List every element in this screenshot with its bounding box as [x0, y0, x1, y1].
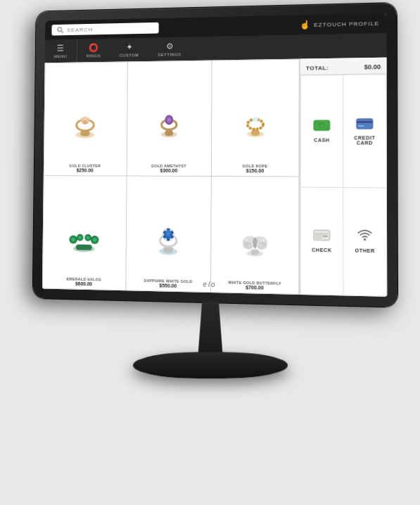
menu-label: MENU	[53, 54, 67, 58]
payment-buttons: CASH CREDIT CARD	[300, 74, 387, 297]
cash-icon	[313, 119, 331, 134]
monitor-brand: elo	[203, 281, 216, 289]
nav-item-settings[interactable]: ⚙ SETTINGS	[148, 37, 191, 61]
svg-rect-66	[356, 121, 372, 123]
credit-card-label: CREDIT CARD	[346, 135, 383, 145]
monitor-bezel: SEARCH ☝ EZTOUCH PROFILE ☰ MENU ⭕	[32, 3, 397, 307]
main-content: GOLD CLUSTER $250.00	[42, 58, 386, 297]
svg-rect-68	[313, 230, 329, 241]
product-image-white-gold-butterfly	[214, 203, 295, 281]
product-price-white-gold-butterfly: $700.00	[246, 285, 264, 290]
product-image-gold-rope	[215, 87, 295, 164]
monitor-wrapper: SEARCH ☝ EZTOUCH PROFILE ☰ MENU ⭕	[13, 6, 407, 499]
svg-rect-67	[357, 125, 363, 127]
custom-icon: ✦	[125, 42, 132, 52]
product-price-emerald-halos: $600.00	[75, 281, 91, 286]
rings-icon: ⭕	[88, 43, 98, 53]
stand-neck	[189, 302, 231, 358]
credit-card-button[interactable]: CREDIT CARD	[343, 75, 386, 187]
search-icon	[56, 27, 63, 34]
svg-rect-24	[76, 244, 92, 250]
settings-label: SETTINGS	[158, 52, 181, 56]
product-image-emerald-halos	[45, 201, 122, 278]
total-row: TOTAL: $0.00	[300, 58, 386, 75]
custom-label: CUSTOM	[119, 53, 139, 57]
product-image-gold-cluster	[46, 88, 124, 163]
other-icon	[356, 229, 374, 245]
svg-rect-12	[165, 130, 173, 136]
product-price-gold-rope: $150.00	[246, 168, 263, 173]
nav-item-menu[interactable]: ☰ MENU	[44, 39, 77, 63]
check-button[interactable]: CHECK	[300, 187, 343, 295]
product-cell-sapphire-white-gold[interactable]: SAPPHIRE WHITE GOLD $550.00	[125, 176, 210, 292]
settings-icon: ⚙	[165, 41, 173, 51]
product-grid: GOLD CLUSTER $250.00	[42, 59, 299, 295]
cash-label: CASH	[314, 138, 329, 143]
screen-ui: SEARCH ☝ EZTOUCH PROFILE ☰ MENU ⭕	[42, 13, 386, 297]
monitor-screen: SEARCH ☝ EZTOUCH PROFILE ☰ MENU ⭕	[42, 13, 386, 297]
product-cell-white-gold-butterfly[interactable]: WHITE GOLD BUTTERFLY $700.00	[211, 177, 298, 294]
product-cell-gold-cluster[interactable]: GOLD CLUSTER $250.00	[44, 62, 127, 175]
svg-line-1	[61, 31, 63, 33]
menu-icon: ☰	[56, 44, 63, 53]
stand-base	[132, 352, 289, 379]
product-image-gold-amethyst	[129, 87, 209, 163]
nav-item-custom[interactable]: ✦ CUSTOM	[110, 38, 148, 62]
total-amount: $0.00	[364, 63, 380, 71]
svg-rect-18	[250, 130, 259, 136]
credit-card-icon	[355, 116, 373, 132]
svg-rect-65	[356, 119, 372, 129]
other-button[interactable]: OTHER	[343, 188, 386, 296]
other-label: OTHER	[355, 248, 374, 254]
search-label: SEARCH	[67, 26, 93, 32]
rings-label: RINGS	[86, 53, 100, 58]
product-price-gold-cluster: $250.00	[76, 167, 93, 172]
product-cell-gold-amethyst[interactable]: GOLD AMETHYST $300.00	[127, 61, 212, 176]
nav-item-rings[interactable]: ⭕ RINGS	[77, 39, 110, 63]
search-box[interactable]: SEARCH	[51, 23, 158, 36]
payment-panel: TOTAL: $0.00	[299, 58, 387, 297]
svg-point-0	[57, 27, 61, 32]
total-label: TOTAL:	[305, 65, 328, 72]
product-cell-gold-rope[interactable]: GOLD ROPE $150.00	[212, 60, 299, 176]
svg-point-43	[161, 233, 164, 236]
svg-rect-50	[250, 249, 259, 255]
eztouch-text: EZTOUCH PROFILE	[314, 20, 379, 27]
touch-icon: ☝	[299, 20, 310, 30]
product-cell-emerald-halos[interactable]: EMERALD HALOS $600.00	[42, 176, 125, 290]
check-label: CHECK	[312, 248, 331, 253]
svg-point-72	[364, 238, 366, 241]
check-icon	[312, 229, 330, 245]
product-image-sapphire-white-gold	[128, 202, 208, 279]
eztouch-label: ☝ EZTOUCH PROFILE	[299, 18, 378, 30]
product-price-sapphire-white-gold: $550.00	[159, 283, 177, 288]
product-price-gold-amethyst: $300.00	[160, 167, 177, 172]
cash-button[interactable]: CASH	[300, 75, 343, 187]
